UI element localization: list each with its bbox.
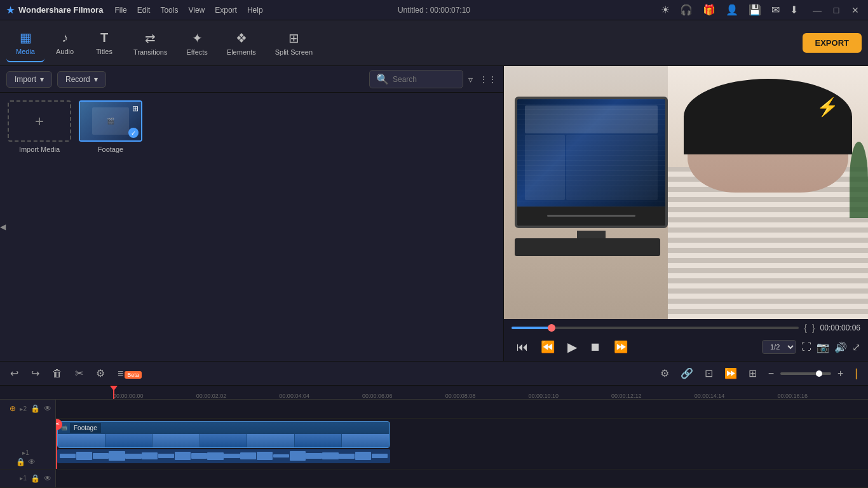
preview-scene: ⚡ (504, 66, 868, 319)
minimize-button[interactable]: — (811, 4, 824, 17)
expand-icon[interactable]: ⤢ (852, 341, 860, 353)
bracket-right[interactable]: } (812, 323, 815, 333)
track-v1-eye-icon[interactable]: 👁 (28, 458, 36, 466)
time-display: 00:00:00:06 (820, 323, 860, 332)
save-icon[interactable]: 💾 (749, 4, 761, 16)
import-media-item[interactable]: + Import Media (8, 100, 71, 153)
timeline-settings-button[interactable]: | (851, 364, 862, 383)
media-content: + Import Media 🎬 ⊞ ✓ (0, 93, 503, 361)
progress-fill (512, 327, 552, 329)
audio-detach-icon[interactable]: 🔗 (677, 365, 697, 382)
split-screen-label: Split Screen (275, 48, 313, 56)
import-dropdown[interactable]: Import ▾ (6, 71, 52, 88)
import-media-box[interactable]: + (8, 100, 71, 142)
adjust-button[interactable]: ⚙ (92, 365, 109, 382)
search-box: 🔍 (369, 70, 463, 88)
search-input[interactable] (393, 75, 456, 84)
download-icon[interactable]: ⬇ (790, 4, 798, 16)
mail-icon[interactable]: ✉ (771, 4, 780, 16)
toolbar-elements[interactable]: ❖ Elements (218, 24, 265, 62)
zoom-slider[interactable] (780, 372, 831, 375)
headphone-icon[interactable]: 🎧 (680, 4, 693, 16)
menu-file[interactable]: File (114, 6, 126, 15)
video-clip[interactable]: 📹 Footage (57, 421, 390, 448)
plus-icon: + (35, 112, 44, 130)
sun-icon[interactable]: ☀ (661, 4, 670, 16)
track-v1-num: ▸1 (22, 449, 29, 456)
volume-icon[interactable]: 🔊 (834, 341, 847, 353)
audio-clip[interactable] (57, 449, 390, 463)
delete-button[interactable]: 🗑 (48, 365, 66, 382)
settings-icon[interactable]: ⚙ (656, 365, 673, 382)
cut-button[interactable]: ✂ (71, 365, 87, 382)
footage-media-item[interactable]: 🎬 ⊞ ✓ Footage (79, 100, 142, 153)
toolbar-titles[interactable]: T Titles (85, 24, 123, 62)
filter-icon[interactable]: ▿ (468, 74, 473, 85)
timeline-content: 00:00:00:00 00:00:02:02 00:00:04:04 00:0… (0, 386, 868, 488)
track-lock-icon[interactable]: 🔒 (31, 404, 40, 413)
toolbar-split-screen[interactable]: ⊞ Split Screen (266, 24, 322, 62)
skip-back-button[interactable]: ⏮ (512, 338, 533, 356)
screenshot-icon[interactable]: 📷 (817, 341, 829, 353)
ruler-mark-2: 00:00:04:04 (279, 393, 309, 399)
media-toolbar-icons: ▿ ⋮⋮ (468, 74, 497, 85)
frame-forward-button[interactable]: ⏩ (609, 337, 633, 356)
redo-button[interactable]: ↪ (27, 365, 43, 382)
track-lower-eye-icon[interactable]: 👁 (44, 474, 51, 483)
toolbar-media[interactable]: ▦ Media (6, 24, 44, 62)
user-icon[interactable]: 👤 (726, 4, 738, 16)
footage-thumbnail[interactable]: 🎬 ⊞ ✓ (79, 100, 142, 142)
maximize-button[interactable]: □ (830, 4, 843, 17)
toolbar-audio[interactable]: ♪ Audio (46, 24, 84, 62)
stop-button[interactable]: ⏹ (585, 338, 606, 356)
track-lower-header: ▸1 🔒 👁 (0, 470, 56, 488)
speed-icon[interactable]: ⏩ (721, 365, 741, 382)
timeline-right-controls: ⚙ 🔗 ⊡ ⏩ ⊞ − + | (656, 364, 862, 383)
audio-icon: ♪ (62, 30, 68, 45)
menu-tools[interactable]: Tools (160, 6, 178, 15)
export-button[interactable]: EXPORT (803, 33, 862, 53)
play-button[interactable]: ▶ (562, 337, 582, 357)
grid-view-icon[interactable]: ⋮⋮ (479, 74, 497, 85)
track-v1-lock-icon[interactable]: 🔒 (16, 458, 25, 466)
timeline-toolbar: ↩ ↪ 🗑 ✂ ⚙ ≡Beta ⚙ 🔗 ⊡ ⏩ ⊞ − + | (0, 362, 868, 386)
title-bar: ★ Wondershare Filmora File Edit Tools Vi… (0, 0, 868, 20)
toolbar-transitions[interactable]: ⇄ Transitions (125, 24, 176, 62)
zoom-out-button[interactable]: − (764, 365, 778, 382)
zoom-handle (816, 370, 822, 377)
progress-handle[interactable] (548, 324, 555, 332)
preview-panel: ⚡ { } 00:00:00:06 ⏮ ⏪ ▶ ⏹ ⏩ (504, 66, 868, 361)
crop-icon[interactable]: ⊡ (701, 365, 717, 382)
gift-icon[interactable]: 🎁 (703, 4, 715, 16)
zoom-in-button[interactable]: + (834, 365, 847, 382)
fullscreen-icon[interactable]: ⛶ (801, 341, 811, 353)
close-button[interactable]: ✕ (849, 4, 862, 17)
record-dropdown[interactable]: Record ▾ (57, 71, 106, 88)
menu-export[interactable]: Export (215, 6, 237, 15)
frame-back-button[interactable]: ⏪ (536, 337, 560, 356)
transition-add-icon[interactable]: ⊞ (745, 365, 761, 382)
toolbar-effects[interactable]: ✦ Effects (177, 24, 216, 62)
search-icon: 🔍 (376, 73, 389, 85)
quality-select[interactable]: 1/2 (762, 340, 796, 354)
track-lower-lock-icon[interactable]: 🔒 (31, 474, 40, 483)
beta-button[interactable]: ≡Beta (114, 365, 146, 382)
undo-button[interactable]: ↩ (6, 365, 22, 382)
footage-label: Footage (98, 146, 123, 153)
playback-row: ⏮ ⏪ ▶ ⏹ ⏩ 1/2 ⛶ 📷 🔊 ⤢ (512, 337, 860, 357)
menu-help[interactable]: Help (247, 6, 263, 15)
track-add-icon[interactable]: ⊕ (10, 404, 16, 413)
bracket-left[interactable]: { (804, 323, 807, 333)
track-v1-body: ✂ 📹 Footage (56, 419, 868, 469)
panel-left-arrow[interactable]: ◀ (0, 222, 6, 231)
ruler-mark-0: 00:00:00:00 (113, 393, 144, 399)
menu-edit[interactable]: Edit (137, 6, 151, 15)
track-eye-icon[interactable]: 👁 (44, 404, 51, 413)
ruler-mark-6: 00:00:12:12 (611, 393, 642, 399)
timeline: ↩ ↪ 🗑 ✂ ⚙ ≡Beta ⚙ 🔗 ⊡ ⏩ ⊞ − + | (0, 361, 868, 488)
media-panel: Import ▾ Record ▾ 🔍 ▿ ⋮⋮ ◀ (0, 66, 504, 361)
menu-bar: File Edit Tools View Export Help (114, 6, 262, 15)
progress-bar[interactable] (512, 327, 799, 329)
menu-view[interactable]: View (188, 6, 205, 15)
ruler-marks: 00:00:00:00 00:00:02:02 00:00:04:04 00:0… (113, 386, 868, 399)
